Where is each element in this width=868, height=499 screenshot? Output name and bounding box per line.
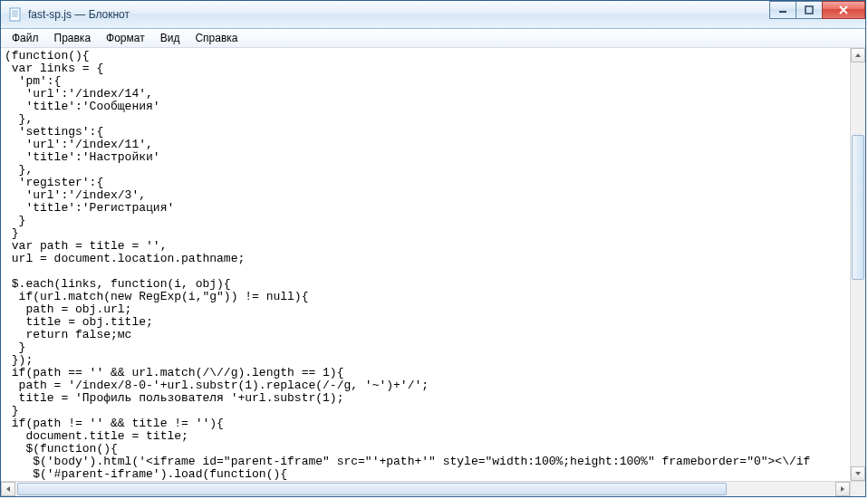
notepad-window: fast-sp.js — Блокнот Файл Правка Формат …	[0, 0, 866, 497]
maximize-icon	[805, 5, 814, 14]
svg-marker-9	[855, 53, 861, 57]
svg-rect-6	[805, 6, 813, 14]
menu-help[interactable]: Справка	[188, 30, 245, 46]
editor-area: (function(){ var links = { 'pm':{ 'url':…	[1, 48, 865, 496]
vertical-scrollbar[interactable]	[850, 48, 865, 481]
menu-file[interactable]: Файл	[5, 30, 46, 46]
svg-marker-12	[841, 486, 844, 492]
close-icon	[838, 5, 849, 14]
chevron-up-icon	[854, 52, 862, 59]
text-editor[interactable]: (function(){ var links = { 'pm':{ 'url':…	[1, 48, 865, 496]
titlebar[interactable]: fast-sp.js — Блокнот	[1, 1, 865, 29]
svg-marker-11	[6, 486, 10, 492]
scroll-up-button[interactable]	[851, 48, 865, 62]
menu-view[interactable]: Вид	[153, 30, 188, 46]
minimize-icon	[778, 5, 787, 14]
app-icon	[8, 7, 23, 22]
menu-format[interactable]: Формат	[99, 30, 152, 46]
minimize-button[interactable]	[769, 1, 796, 19]
window-buttons	[770, 1, 865, 21]
menu-edit[interactable]: Правка	[47, 30, 99, 46]
scroll-right-button[interactable]	[835, 482, 850, 496]
hscroll-thumb[interactable]	[17, 483, 727, 495]
maximize-button[interactable]	[796, 1, 823, 19]
chevron-left-icon	[5, 485, 12, 493]
horizontal-scrollbar[interactable]	[1, 481, 850, 496]
hscroll-track[interactable]	[15, 482, 835, 496]
scroll-corner	[850, 481, 865, 496]
svg-rect-5	[779, 11, 786, 13]
window-title: fast-sp.js — Блокнот	[28, 8, 130, 21]
menubar: Файл Правка Формат Вид Справка	[1, 29, 865, 48]
scroll-left-button[interactable]	[1, 482, 15, 496]
vscroll-thumb[interactable]	[852, 135, 864, 280]
vscroll-track[interactable]	[851, 62, 865, 466]
close-button[interactable]	[822, 1, 865, 19]
scroll-down-button[interactable]	[851, 466, 865, 481]
chevron-right-icon	[839, 485, 846, 493]
chevron-down-icon	[854, 470, 862, 477]
svg-marker-10	[855, 472, 861, 475]
